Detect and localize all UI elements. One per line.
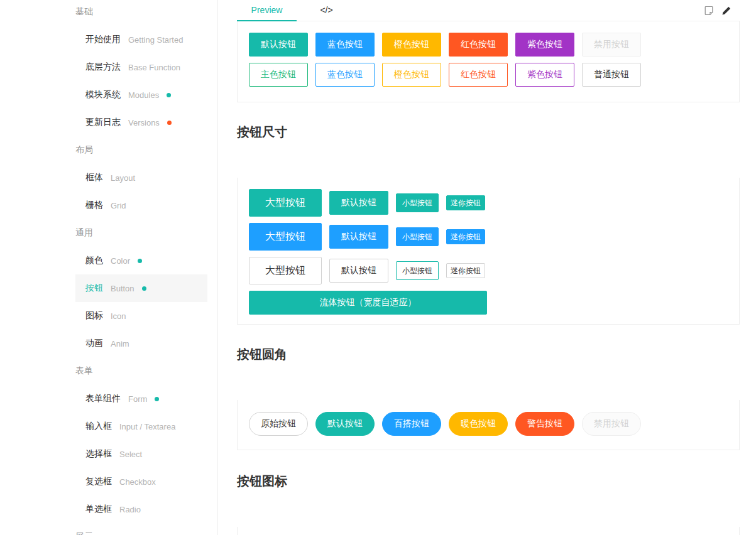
demo-button-fill-blue[interactable]: 蓝色按钮 — [315, 33, 375, 57]
demo-button-outline-orange[interactable]: 橙色按钮 — [382, 63, 441, 87]
sidebar-item-sublabel: Radio — [119, 505, 141, 514]
tab-code[interactable]: </> — [297, 0, 356, 21]
preview-panel — [237, 527, 740, 535]
demo-button-fill-blue[interactable]: 默认按钮 — [329, 225, 388, 249]
sidebar-item-checkbox[interactable]: 复选框Checkbox — [75, 468, 207, 495]
sidebar-item-sublabel: Input / Textarea — [119, 422, 175, 431]
tab-preview[interactable]: Preview — [237, 0, 297, 21]
demo-button-outline-green[interactable]: 主色按钮 — [249, 63, 308, 87]
demo-button-fill-blue-pill[interactable]: 百搭按钮 — [382, 412, 441, 436]
sidebar-item-sublabel: Grid — [111, 201, 126, 210]
sidebar-item-icon[interactable]: 图标Icon — [75, 302, 207, 330]
sidebar-item-label: 动画 — [85, 338, 103, 349]
sidebar-item-getting-started[interactable]: 开始使用Getting Started — [75, 26, 207, 53]
demo-button-fill-blue-lg[interactable]: 大型按钮 — [249, 223, 322, 251]
demo-button-primary-pill[interactable]: 原始按钮 — [249, 412, 308, 436]
sidebar-item-label: 输入框 — [85, 421, 112, 432]
demo-button-outline-purple[interactable]: 紫色按钮 — [515, 63, 574, 87]
sidebar-section-title: 表单 — [75, 357, 207, 385]
sidebar-item-label: 栅格 — [85, 200, 103, 211]
button-row: 大型按钮默认按钮小型按钮迷你按钮 — [249, 189, 728, 217]
demo-button-primary-xs[interactable]: 迷你按钮 — [446, 263, 485, 278]
button-row: 流体按钮（宽度自适应） — [249, 291, 728, 315]
sidebar-item-label: 图标 — [85, 310, 103, 322]
button-row: 主色按钮蓝色按钮橙色按钮红色按钮紫色按钮普通按钮 — [249, 63, 728, 87]
sidebar-item-button[interactable]: 按钮Button — [75, 274, 207, 302]
sidebar-item-label: 底层方法 — [85, 62, 121, 73]
sidebar-item-base-function[interactable]: 底层方法Base Function — [75, 53, 207, 81]
sidebar-item-layout[interactable]: 框体Layout — [75, 164, 207, 192]
sidebar-item-sublabel: Select — [119, 450, 142, 459]
sidebar-item-sublabel: Color — [111, 256, 130, 266]
demo-button-fill-teal-xs[interactable]: 迷你按钮 — [446, 195, 485, 210]
demo-button-outline-red[interactable]: 红色按钮 — [449, 63, 508, 87]
sidebar-item-sublabel: Button — [111, 284, 134, 293]
demo-button-fill-orange[interactable]: 橙色按钮 — [382, 33, 441, 57]
sidebar-item-sublabel: Anim — [111, 339, 129, 349]
demo-button-fill-red-pill[interactable]: 警告按钮 — [515, 412, 574, 436]
sidebar-item-label: 按钮 — [85, 283, 103, 294]
demo-button-primary[interactable]: 默认按钮 — [329, 259, 388, 283]
demo-button-fill-blue-sm[interactable]: 小型按钮 — [396, 227, 439, 246]
demo-button-fill-teal[interactable]: 默认按钮 — [329, 191, 388, 215]
sidebar-item-select[interactable]: 选择框Select — [75, 440, 207, 468]
sidebar-item-input-textarea[interactable]: 输入框Input / Textarea — [75, 413, 207, 440]
demo-button-disabled-pill: 禁用按钮 — [582, 412, 641, 436]
sidebar-section-title: 通用 — [75, 219, 207, 247]
copy-icon[interactable] — [704, 6, 713, 16]
main-content: Preview</>默认按钮蓝色按钮橙色按钮红色按钮紫色按钮禁用按钮主色按钮蓝色… — [237, 0, 740, 535]
sidebar-item-form[interactable]: 表单组件Form — [75, 385, 207, 413]
sidebar-item-sublabel: Icon — [111, 311, 126, 321]
button-row: 大型按钮默认按钮小型按钮迷你按钮 — [249, 223, 728, 251]
sidebar-item-label: 复选框 — [85, 476, 112, 487]
demo-button-fill-teal-lg[interactable]: 大型按钮 — [249, 189, 322, 217]
sidebar-item-radio[interactable]: 单选框Radio — [75, 495, 207, 523]
section-heading: 按钮圆角 — [237, 345, 740, 364]
demo-button-fill-red[interactable]: 红色按钮 — [449, 33, 508, 57]
sidebar-item-label: 单选框 — [85, 504, 112, 515]
sidebar-section-title: 基础 — [75, 0, 207, 26]
sidebar-item-label: 颜色 — [85, 255, 103, 266]
sidebar-item-label: 表单组件 — [85, 393, 121, 404]
sidebar-item-sublabel: Layout — [111, 173, 135, 183]
preview-panel: 大型按钮默认按钮小型按钮迷你按钮大型按钮默认按钮小型按钮迷你按钮大型按钮默认按钮… — [237, 178, 740, 325]
sidebar-item-anim[interactable]: 动画Anim — [75, 330, 207, 357]
edit-icon[interactable] — [721, 6, 731, 16]
tabbar-actions — [704, 0, 731, 21]
sidebar-item-color[interactable]: 颜色Color — [75, 247, 207, 274]
sidebar-section-title: 布局 — [75, 136, 207, 164]
demo-button-fill-purple[interactable]: 紫色按钮 — [515, 33, 574, 57]
section-heading: 按钮图标 — [237, 472, 740, 490]
sidebar-item-modules[interactable]: 模块系统Modules — [75, 81, 207, 109]
teal-dot-badge — [138, 259, 142, 263]
sidebar-item-label: 开始使用 — [85, 34, 121, 45]
sidebar-section-title: 展示 — [75, 523, 207, 535]
demo-button-fill-teal-pill[interactable]: 默认按钮 — [315, 412, 375, 436]
demo-button-primary-teal-sm[interactable]: 小型按钮 — [396, 261, 439, 280]
demo-button-primary-lg[interactable]: 大型按钮 — [249, 257, 322, 284]
sidebar-item-versions[interactable]: 更新日志Versions — [75, 109, 207, 136]
sidebar-item-sublabel: Checkbox — [119, 477, 156, 487]
sidebar-item-sublabel: Modules — [128, 90, 159, 100]
demo-button-outline-blue[interactable]: 蓝色按钮 — [315, 63, 375, 87]
section-heading: 按钮尺寸 — [237, 122, 740, 141]
sidebar-item-label: 框体 — [85, 172, 103, 183]
red-dot-badge — [167, 121, 172, 125]
button-row: 默认按钮蓝色按钮橙色按钮红色按钮紫色按钮禁用按钮 — [249, 33, 728, 57]
demo-button-fill-teal[interactable]: 默认按钮 — [249, 33, 308, 57]
demo-button-primary[interactable]: 普通按钮 — [582, 63, 641, 87]
sidebar-item-sublabel: Form — [128, 394, 147, 404]
sidebar: 基础开始使用Getting Started底层方法Base Function模块… — [0, 0, 218, 535]
demo-button-fill-blue-xs[interactable]: 迷你按钮 — [446, 229, 485, 244]
demo-button-fill-teal-sm[interactable]: 小型按钮 — [396, 193, 439, 212]
preview-panel: 原始按钮默认按钮百搭按钮暖色按钮警告按钮禁用按钮 — [237, 400, 740, 450]
demo-button-fill-orange-pill[interactable]: 暖色按钮 — [449, 412, 508, 436]
teal-dot-badge — [167, 93, 171, 97]
sidebar-nav: 基础开始使用Getting Started底层方法Base Function模块… — [75, 0, 207, 535]
demo-button-disabled: 禁用按钮 — [582, 33, 641, 57]
teal-dot-badge — [142, 286, 146, 291]
demo-button-fill-teal-fluid[interactable]: 流体按钮（宽度自适应） — [249, 291, 487, 315]
teal-dot-badge — [155, 397, 159, 401]
sidebar-item-grid[interactable]: 栅格Grid — [75, 192, 207, 219]
sidebar-item-sublabel: Versions — [128, 118, 160, 127]
